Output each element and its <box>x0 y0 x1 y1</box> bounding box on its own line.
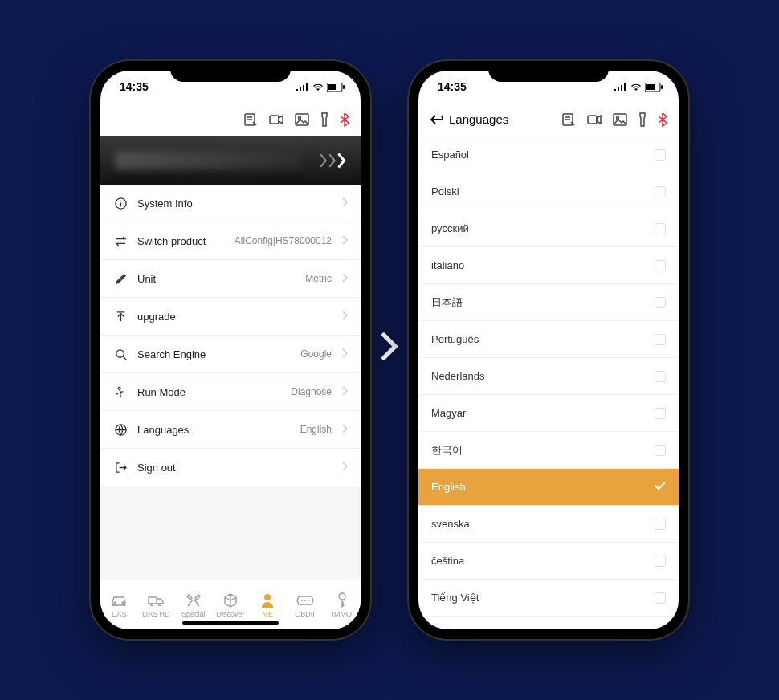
tab-immo[interactable]: IMMO <box>324 580 361 629</box>
language-row[interactable]: 日本語 <box>418 284 679 321</box>
tab-label: Special <box>181 610 206 618</box>
image-icon[interactable] <box>613 113 627 126</box>
svg-point-15 <box>159 603 161 605</box>
tools-icon <box>186 592 202 608</box>
row-value: English <box>300 424 332 435</box>
phone-languages: 14:35 Languages EspañolPolskiрусскийital… <box>409 61 688 639</box>
notch <box>488 61 609 82</box>
truck-icon <box>147 592 165 608</box>
row-label: Sign out <box>137 462 332 474</box>
settings-row-upgrade[interactable]: upgrade <box>100 298 361 336</box>
language-row[interactable]: čeština <box>418 543 679 580</box>
chevron-right-icon <box>341 311 348 323</box>
language-name: Tiếng Việt <box>431 592 479 604</box>
status-time: 14:35 <box>120 80 149 93</box>
video-icon[interactable] <box>269 114 283 125</box>
note-icon[interactable] <box>561 112 576 127</box>
search-icon <box>113 348 128 360</box>
row-label: Languages <box>137 424 291 436</box>
back-button[interactable]: Languages <box>430 112 508 126</box>
obd-icon <box>296 592 314 608</box>
checkbox-empty <box>655 186 666 197</box>
chevron-right-icon <box>341 424 348 436</box>
svg-rect-4 <box>270 116 279 124</box>
language-name: italiano <box>431 259 464 271</box>
note-icon[interactable] <box>243 112 258 127</box>
bluetooth-icon[interactable] <box>340 112 349 127</box>
screen-settings: 14:35 System InfoSwitch productAllConfig… <box>100 71 361 629</box>
checkbox-empty <box>655 260 666 271</box>
language-row[interactable]: svenska <box>418 506 679 543</box>
svg-point-17 <box>339 593 345 600</box>
language-row[interactable]: русский <box>418 210 679 247</box>
row-label: Switch product <box>137 235 225 247</box>
language-row[interactable]: italiano <box>418 247 679 284</box>
wifi-icon <box>312 83 324 91</box>
language-name: Polski <box>431 185 459 197</box>
bluetooth-icon[interactable] <box>658 112 667 127</box>
language-list: EspañolPolskiрусскийitaliano日本語Português… <box>418 136 679 629</box>
top-toolbar: Languages <box>418 103 679 136</box>
svg-point-16 <box>264 594 271 600</box>
language-row[interactable]: Tiếng Việt <box>418 580 679 617</box>
svg-rect-5 <box>296 114 308 125</box>
language-row[interactable]: Polski <box>418 173 679 210</box>
globe-icon <box>113 424 128 436</box>
video-icon[interactable] <box>587 114 602 125</box>
language-name: čeština <box>431 555 464 567</box>
signal-icon <box>296 83 309 91</box>
account-header[interactable] <box>100 136 361 185</box>
row-label: System Info <box>137 197 332 210</box>
settings-row-languages[interactable]: LanguagesEnglish <box>100 411 361 449</box>
settings-row-switch-product[interactable]: Switch productAllConfig|HS78000012 <box>100 222 361 260</box>
tab-das-hd[interactable]: DAS HD <box>137 580 174 629</box>
tab-das[interactable]: DAS <box>100 580 137 629</box>
settings-row-search-engine[interactable]: Search EngineGoogle <box>100 336 361 373</box>
language-row[interactable]: Español <box>418 136 679 173</box>
person-icon <box>261 592 274 608</box>
flashlight-icon[interactable] <box>320 112 328 127</box>
language-name: English <box>431 481 466 493</box>
chevron-right-icon <box>341 273 348 285</box>
svg-point-9 <box>118 387 120 389</box>
svg-point-14 <box>151 603 153 605</box>
chevron-right-icon <box>341 386 348 398</box>
language-name: Magyar <box>431 407 466 419</box>
ruler-icon <box>113 273 128 285</box>
row-value: Google <box>300 348 332 360</box>
checkbox-empty <box>655 445 666 456</box>
chevron-right-icon <box>341 348 348 360</box>
battery-icon <box>327 83 345 92</box>
checkbox-empty <box>655 592 666 604</box>
top-toolbar <box>100 103 361 136</box>
cube-icon <box>222 592 239 608</box>
flashlight-icon[interactable] <box>638 112 646 127</box>
language-row[interactable]: 한국어 <box>418 432 679 469</box>
language-row[interactable]: Magyar <box>418 395 679 432</box>
language-name: Español <box>431 149 469 161</box>
checkbox-empty <box>655 519 666 530</box>
row-label: upgrade <box>137 311 332 323</box>
chevron-right-icon <box>328 153 336 169</box>
run-icon <box>113 386 128 398</box>
status-time: 14:35 <box>438 80 467 93</box>
language-row[interactable]: Nederlands <box>418 358 679 395</box>
wifi-icon <box>630 83 642 91</box>
language-name: Português <box>431 333 479 345</box>
row-label: Unit <box>137 273 296 285</box>
settings-row-sign-out[interactable]: Sign out <box>100 449 361 486</box>
chevron-right-icon <box>341 235 348 247</box>
image-icon[interactable] <box>295 113 309 126</box>
settings-row-unit[interactable]: UnitMetric <box>100 260 361 298</box>
language-row[interactable]: English <box>418 469 679 506</box>
transition-arrow-icon <box>380 332 399 368</box>
settings-list: System InfoSwitch productAllConfig|HS780… <box>100 185 361 580</box>
info-icon <box>113 197 128 210</box>
settings-row-run-mode[interactable]: Run ModeDiagnose <box>100 373 361 411</box>
tab-label: DAS <box>112 610 127 618</box>
language-row[interactable]: Português <box>418 321 679 358</box>
chevron-right-icon <box>341 462 348 474</box>
row-value: Metric <box>305 273 332 284</box>
tab-obdii[interactable]: OBDII <box>286 580 323 629</box>
settings-row-system-info[interactable]: System Info <box>100 185 361 222</box>
